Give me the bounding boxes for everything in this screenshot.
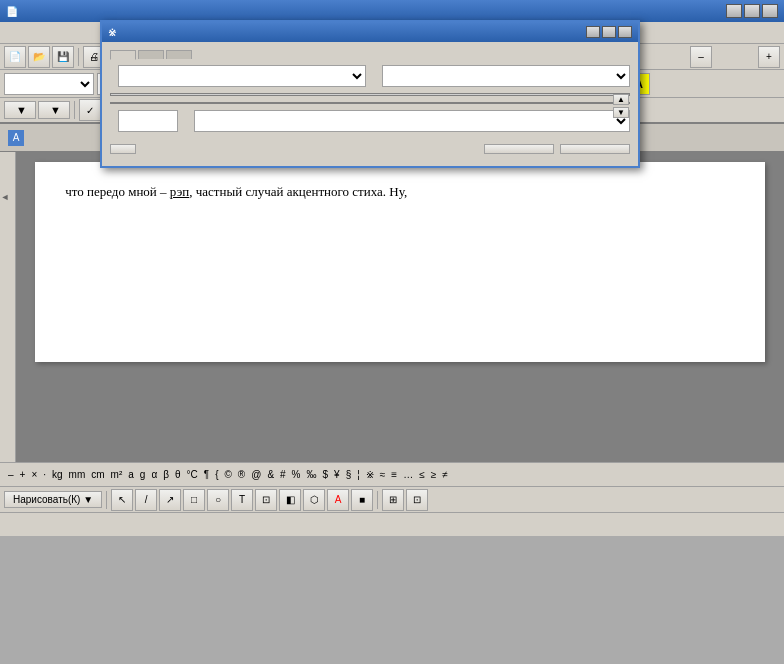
special-char-mm[interactable]: mm	[69, 469, 86, 480]
menu-file[interactable]	[4, 31, 16, 35]
special-char-approx[interactable]: ≈	[380, 469, 386, 480]
dialog-content: ▲ ▼	[102, 42, 638, 166]
minimize-button[interactable]	[726, 4, 742, 18]
app-icon: 📄	[6, 6, 18, 17]
special-char-reg[interactable]: ®	[238, 469, 245, 480]
main-content: ◄ что передо мной – рэп, частный случай …	[0, 152, 784, 462]
document-page: что передо мной – рэп, частный случай ак…	[35, 162, 765, 362]
special-char-at[interactable]: @	[251, 469, 261, 480]
scroll-up-btn[interactable]: ▲	[613, 94, 629, 105]
text-btn[interactable]: T	[231, 489, 253, 511]
special-char-celsius[interactable]: °C	[187, 469, 198, 480]
code-row	[110, 110, 630, 132]
special-char-kg[interactable]: kg	[52, 469, 63, 480]
show-btn[interactable]: ▼	[38, 101, 70, 119]
save-btn[interactable]: 💾	[52, 46, 74, 68]
title-bar-left: 📄	[6, 6, 22, 17]
special-char-copy[interactable]: ©	[224, 469, 231, 480]
scroll-down-btn[interactable]: ▼	[613, 107, 629, 118]
code-input[interactable]	[118, 110, 178, 132]
ellipse-btn[interactable]: ○	[207, 489, 229, 511]
new-btn[interactable]: 📄	[4, 46, 26, 68]
dialog-minimize-btn[interactable]	[586, 26, 600, 38]
style-select[interactable]	[4, 73, 94, 95]
tab-special[interactable]	[138, 50, 164, 59]
special-char-broken[interactable]: ¦	[357, 469, 360, 480]
close-button[interactable]	[762, 4, 778, 18]
draw-btn[interactable]: Нарисовать(К) ▼	[4, 491, 102, 508]
left-sidebar-toggle[interactable]: ◄	[0, 192, 10, 202]
special-char-geq[interactable]: ≥	[431, 469, 437, 480]
cursor-btn[interactable]: ↖	[111, 489, 133, 511]
dialog-close-btn[interactable]	[618, 26, 632, 38]
special-char-neq[interactable]: ≠	[442, 469, 448, 480]
special-char-m2[interactable]: m²	[111, 469, 123, 480]
special-char-beta[interactable]: β	[163, 469, 169, 480]
dialog-tab-bar	[110, 50, 630, 59]
sep1	[78, 48, 79, 66]
special-char-permille[interactable]: ‰	[307, 469, 317, 480]
special-char-dot[interactable]: ·	[43, 469, 46, 480]
menu-view[interactable]	[32, 31, 44, 35]
special-char-percent[interactable]: %	[292, 469, 301, 480]
special-char-theta[interactable]: θ	[175, 469, 181, 480]
special-char-g[interactable]: g	[140, 469, 146, 480]
menu-edit[interactable]	[18, 31, 30, 35]
menu-tools[interactable]	[74, 31, 86, 35]
from-dropdown[interactable]	[194, 110, 630, 132]
sep-bot1	[106, 491, 107, 509]
tab-symbols[interactable]	[110, 50, 136, 60]
dialog-maximize-btn[interactable]	[602, 26, 616, 38]
special-char-dash[interactable]: –	[8, 469, 14, 480]
symbol-dialog[interactable]: ※	[100, 20, 640, 168]
align-draw-btn[interactable]: ⊞	[382, 489, 404, 511]
open-btn[interactable]: 📂	[28, 46, 50, 68]
symbol-grid	[111, 94, 629, 95]
menu-format[interactable]	[60, 31, 72, 35]
special-char-hash[interactable]: #	[280, 469, 286, 480]
shadow-btn[interactable]: ◧	[279, 489, 301, 511]
tab-custom[interactable]	[166, 50, 192, 59]
special-char-leq[interactable]: ≤	[419, 469, 425, 480]
color-btn[interactable]: ■	[351, 489, 373, 511]
sep-bot2	[377, 491, 378, 509]
menu-table[interactable]	[88, 31, 100, 35]
theme-dropdown[interactable]	[382, 65, 630, 87]
special-char-section[interactable]: §	[346, 469, 352, 480]
textbox-btn[interactable]: ⊡	[255, 489, 277, 511]
grid-scrollbar[interactable]: ▲ ▼	[613, 94, 629, 95]
dialog-title-bar: ※	[102, 22, 638, 42]
cancel-btn[interactable]	[560, 144, 630, 154]
arrow-btn[interactable]: ↗	[159, 489, 181, 511]
special-char-cm[interactable]: cm	[91, 469, 104, 480]
zoom-in-btn[interactable]: +	[758, 46, 780, 68]
special-char-dollar[interactable]: $	[323, 469, 329, 480]
zoom-out-btn[interactable]: –	[690, 46, 712, 68]
special-char-yen[interactable]: ¥	[334, 469, 340, 480]
special-char-ref[interactable]: ※	[366, 469, 374, 480]
maximize-button[interactable]	[744, 4, 760, 18]
title-bar-controls	[726, 4, 778, 18]
special-char-amp[interactable]: &	[267, 469, 274, 480]
fill-btn[interactable]: A	[327, 489, 349, 511]
insert-custom-btn[interactable]	[110, 144, 136, 154]
line-btn[interactable]: /	[135, 489, 157, 511]
special-char-equiv[interactable]: ≡	[391, 469, 397, 480]
3d-btn[interactable]: ⬡	[303, 489, 325, 511]
special-char-alpha[interactable]: α	[151, 469, 157, 480]
sep-ext1	[74, 101, 75, 119]
accept-change-btn[interactable]: ✓	[79, 99, 101, 121]
group-btn[interactable]: ⊡	[406, 489, 428, 511]
show-final-btn[interactable]: ▼	[4, 101, 36, 119]
special-char-times[interactable]: ×	[31, 469, 37, 480]
special-char-brace[interactable]: {	[215, 469, 218, 480]
special-char-para[interactable]: ¶	[204, 469, 209, 480]
special-char-a[interactable]: a	[128, 469, 134, 480]
rect-btn[interactable]: □	[183, 489, 205, 511]
font-dropdown[interactable]	[118, 65, 366, 87]
insert-btn[interactable]	[484, 144, 554, 154]
menu-insert[interactable]	[46, 31, 58, 35]
special-char-plus[interactable]: +	[20, 469, 26, 480]
doc-paragraph-2: что передо мной – рэп, частный случай ак…	[65, 182, 735, 203]
special-char-ellip[interactable]: …	[403, 469, 413, 480]
